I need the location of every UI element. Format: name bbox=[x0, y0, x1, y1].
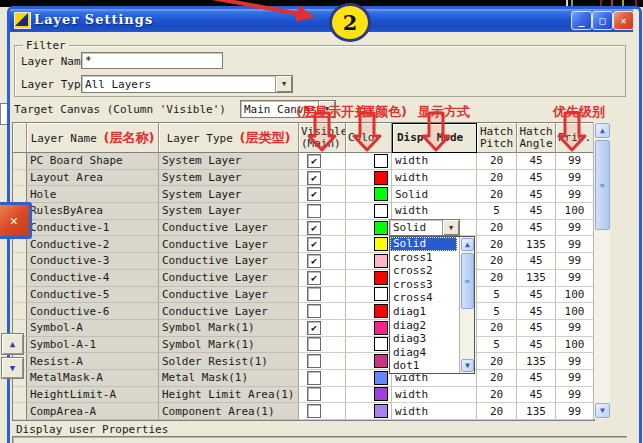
cell-hatch-angle[interactable]: 45 bbox=[517, 320, 556, 337]
cell-hatch-pitch[interactable]: 20 bbox=[477, 153, 517, 170]
cell-layer-name[interactable]: Symbol-A bbox=[27, 320, 159, 337]
cell-color[interactable] bbox=[346, 170, 392, 187]
layer-name-input[interactable] bbox=[81, 52, 223, 69]
table-row[interactable]: Conductive-1Conductive Layer✔204599 bbox=[13, 220, 594, 237]
cell-prio[interactable]: 99 bbox=[556, 236, 594, 253]
cell-hatch-angle[interactable]: 135 bbox=[517, 403, 556, 420]
cell-color[interactable] bbox=[346, 253, 392, 270]
cell-hatch-pitch[interactable]: 20 bbox=[477, 370, 517, 387]
table-row[interactable]: Layout AreaSystem Layer✔width204599 bbox=[13, 170, 594, 187]
cell-color[interactable] bbox=[346, 353, 392, 370]
cell-visible[interactable]: ✔ bbox=[299, 220, 346, 237]
cell-visible[interactable]: ✔ bbox=[299, 153, 346, 170]
cell-prio[interactable]: 99 bbox=[556, 170, 594, 187]
cell-visible[interactable]: ✔ bbox=[299, 270, 346, 287]
table-row[interactable]: HeightLimit-AHeight Limit Area(1)width20… bbox=[13, 387, 594, 404]
cell-layer-name[interactable]: RulesByArea bbox=[27, 203, 159, 220]
row-selector[interactable] bbox=[13, 287, 27, 304]
scrollbar-thumb[interactable]: ≡ bbox=[461, 253, 474, 309]
table-row[interactable]: CompArea-AComponent Area(1)width2013599 bbox=[13, 403, 594, 420]
checkbox-unchecked[interactable] bbox=[307, 287, 321, 301]
cell-disp-mode[interactable]: width bbox=[392, 203, 477, 220]
header-visible[interactable]: Visible(Main) bbox=[299, 123, 346, 153]
table-row[interactable]: Conductive-3Conductive Layer✔204599 bbox=[13, 253, 594, 270]
cell-color[interactable] bbox=[346, 153, 392, 170]
scroll-up-button[interactable]: ▲ bbox=[1, 333, 24, 355]
cell-color[interactable] bbox=[346, 236, 392, 253]
chevron-down-icon[interactable]: ▼ bbox=[275, 76, 292, 92]
cell-layer-type[interactable]: Symbol Mark(1) bbox=[159, 320, 299, 337]
close-button[interactable]: ✕ bbox=[613, 11, 634, 30]
header-hatch-pitch[interactable]: HatchPitch bbox=[477, 123, 517, 153]
color-swatch[interactable] bbox=[374, 304, 388, 318]
checkbox-unchecked[interactable] bbox=[307, 337, 321, 351]
cell-hatch-angle[interactable]: 45 bbox=[517, 186, 556, 203]
header-prio[interactable]: Prio. bbox=[556, 123, 594, 153]
cell-prio[interactable]: 100 bbox=[556, 203, 594, 220]
table-row[interactable]: RulesByAreaSystem Layerwidth545100 bbox=[13, 203, 594, 220]
cell-layer-name[interactable]: HeightLimit-A bbox=[27, 387, 159, 404]
row-selector[interactable] bbox=[13, 153, 27, 170]
cell-prio[interactable]: 100 bbox=[556, 337, 594, 354]
cell-hatch-pitch[interactable]: 20 bbox=[477, 170, 517, 187]
cell-color[interactable] bbox=[346, 337, 392, 354]
cell-prio[interactable]: 99 bbox=[556, 387, 594, 404]
cell-hatch-pitch[interactable]: 5 bbox=[477, 303, 517, 320]
cell-color[interactable] bbox=[346, 220, 392, 237]
table-row[interactable]: Symbol-A-1Symbol Mark(1)545100 bbox=[13, 337, 594, 354]
cell-color[interactable] bbox=[346, 203, 392, 220]
cell-visible[interactable]: ✔ bbox=[299, 253, 346, 270]
row-selector[interactable] bbox=[13, 270, 27, 287]
cell-disp-mode[interactable]: width bbox=[392, 153, 477, 170]
checkbox-unchecked[interactable] bbox=[307, 304, 321, 318]
cell-visible[interactable] bbox=[299, 303, 346, 320]
minimize-button[interactable]: _ bbox=[571, 11, 592, 30]
color-swatch[interactable] bbox=[374, 154, 388, 168]
checkbox-unchecked[interactable] bbox=[307, 354, 321, 368]
checkbox-unchecked[interactable] bbox=[307, 371, 321, 385]
cell-hatch-pitch[interactable]: 5 bbox=[477, 287, 517, 304]
cell-hatch-pitch[interactable]: 20 bbox=[477, 403, 517, 420]
cell-prio[interactable]: 100 bbox=[556, 303, 594, 320]
checkbox-checked[interactable]: ✔ bbox=[307, 321, 321, 335]
color-swatch[interactable] bbox=[374, 271, 388, 285]
cell-hatch-pitch[interactable]: 20 bbox=[477, 270, 517, 287]
checkbox-unchecked[interactable] bbox=[307, 404, 321, 418]
cell-disp-mode[interactable]: width bbox=[392, 387, 477, 404]
cell-hatch-angle[interactable]: 45 bbox=[517, 370, 556, 387]
color-swatch[interactable] bbox=[374, 287, 388, 301]
cell-prio[interactable]: 99 bbox=[556, 353, 594, 370]
table-row[interactable]: Conductive-2Conductive Layer✔2013599 bbox=[13, 236, 594, 253]
row-selector[interactable] bbox=[13, 387, 27, 404]
cell-visible[interactable] bbox=[299, 387, 346, 404]
dropdown-scrollbar[interactable]: ▲ ≡ ▼ bbox=[459, 237, 474, 373]
header-hatch-angle[interactable]: HatchAngle bbox=[517, 123, 556, 153]
dropdown-item[interactable]: dot1 bbox=[390, 359, 457, 373]
color-swatch[interactable] bbox=[374, 254, 388, 268]
cell-layer-type[interactable]: Conductive Layer bbox=[159, 270, 299, 287]
cell-hatch-angle[interactable]: 45 bbox=[517, 153, 556, 170]
cell-layer-type[interactable]: System Layer bbox=[159, 203, 299, 220]
checkbox-checked[interactable]: ✔ bbox=[307, 187, 321, 201]
cell-prio[interactable]: 99 bbox=[556, 153, 594, 170]
checkbox-unchecked[interactable] bbox=[307, 204, 321, 218]
cell-color[interactable] bbox=[346, 320, 392, 337]
cell-layer-name[interactable]: Conductive-1 bbox=[27, 220, 159, 237]
row-selector[interactable] bbox=[13, 253, 27, 270]
cell-layer-type[interactable]: Symbol Mark(1) bbox=[159, 337, 299, 354]
cell-visible[interactable]: ✔ bbox=[299, 320, 346, 337]
cell-layer-name[interactable]: MetalMask-A bbox=[27, 370, 159, 387]
cell-prio[interactable]: 99 bbox=[556, 270, 594, 287]
scroll-down-icon[interactable]: ▼ bbox=[461, 359, 474, 372]
cell-visible[interactable] bbox=[299, 370, 346, 387]
cell-color[interactable] bbox=[346, 387, 392, 404]
chevron-down-icon[interactable]: ▼ bbox=[442, 220, 459, 235]
cell-hatch-pitch[interactable]: 5 bbox=[477, 337, 517, 354]
table-row[interactable]: HoleSystem Layer✔Solid204599 bbox=[13, 186, 594, 203]
table-row[interactable]: Conductive-6Conductive Layer545100 bbox=[13, 303, 594, 320]
cell-layer-name[interactable]: Conductive-2 bbox=[27, 236, 159, 253]
checkbox-checked[interactable]: ✔ bbox=[307, 221, 321, 235]
cell-layer-name[interactable]: PC Board Shape bbox=[27, 153, 159, 170]
cell-layer-type[interactable]: Conductive Layer bbox=[159, 220, 299, 237]
cell-hatch-angle[interactable]: 45 bbox=[517, 337, 556, 354]
